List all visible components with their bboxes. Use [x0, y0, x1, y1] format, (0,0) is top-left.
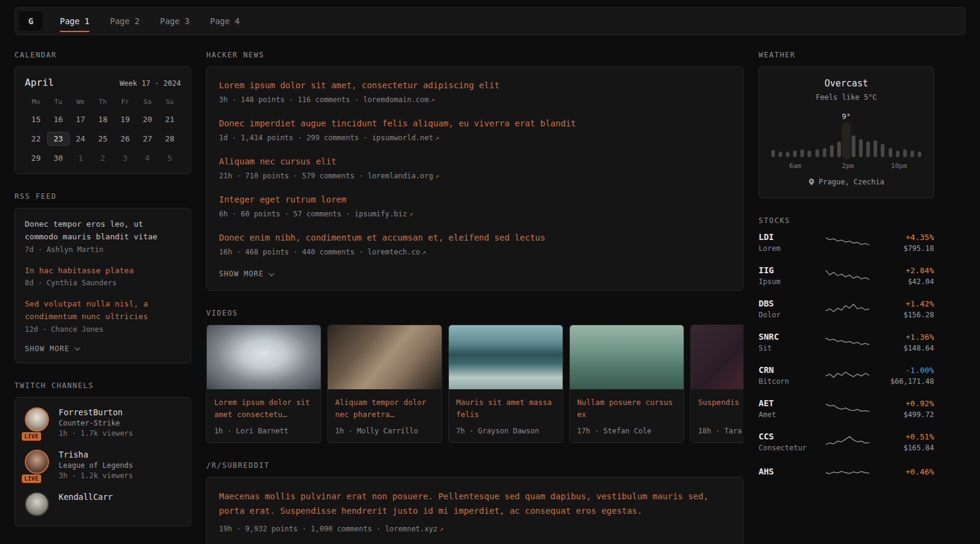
live-badge: LIVE	[22, 474, 41, 483]
stock-name: Sit	[759, 344, 817, 352]
stock-ticker: DBS	[759, 299, 817, 308]
rss-show-more-button[interactable]: SHOW MORE	[25, 345, 181, 353]
stock-sparkline	[825, 334, 870, 350]
weather-feels-like: Feels like 5°C	[769, 93, 924, 102]
hackernews-item-stats: 16h · 468 points · 440 comments ·	[219, 248, 363, 256]
calendar-week-year: Week 17 · 2024	[120, 79, 181, 88]
hackernews-item-stats: 3h · 148 points · 116 comments ·	[219, 96, 359, 104]
video-title: Suspendis diam	[698, 397, 743, 421]
stock-row[interactable]: LDI Lorem +4.35% $795.18	[759, 232, 934, 253]
hackernews-item-title[interactable]: Integer eget rutrum lorem	[219, 193, 731, 206]
video-meta: 18h · Tara	[698, 427, 743, 435]
subreddit-post-title[interactable]: Maecenas mollis pulvinar erat non posuer…	[219, 490, 731, 519]
tab-page-1[interactable]: Page 1	[60, 8, 90, 34]
hackernews-item-title[interactable]: Donec imperdiet augue tincidunt felis al…	[219, 117, 731, 130]
hackernews-item-meta: 6h · 60 points · 57 comments · ipsumify.…	[219, 210, 731, 218]
video-meta: 17h · Stefan Cole	[577, 427, 676, 435]
tab-page-2[interactable]: Page 2	[110, 8, 140, 34]
external-link-icon: ↗	[435, 172, 439, 180]
hackernews-item-domain[interactable]: loremdomain.com	[363, 96, 428, 104]
calendar-day: 15	[25, 112, 47, 126]
twitch-channel[interactable]: LIVE ForrestBurton Counter-Strike 1h · 1…	[25, 407, 181, 438]
rss-item-title[interactable]: In hac habitasse platea	[25, 265, 181, 277]
hackernews-show-more-button[interactable]: SHOW MORE	[219, 270, 731, 278]
hackernews-item-stats: 21h · 710 points · 579 comments ·	[219, 172, 363, 180]
rss-card: Donec tempor eros leo, ut commodo mauris…	[15, 208, 191, 363]
stock-ticker: CRN	[759, 365, 817, 375]
weather-widget: WEATHER Overcast Feels like 5°C 9° 6am 2…	[759, 51, 934, 198]
hackernews-item-domain[interactable]: ipsumworld.net	[372, 134, 433, 142]
external-link-icon: ↗	[422, 248, 426, 256]
rss-item-title[interactable]: Donec tempor eros leo, ut commodo mauris…	[25, 218, 181, 244]
stock-row[interactable]: SNRC Sit +1.36% $148.64	[759, 332, 934, 352]
tab-page-3[interactable]: Page 3	[160, 8, 190, 34]
stock-ticker: AET	[759, 398, 817, 408]
stock-row[interactable]: CCS Consectetur +0.51% $165.84	[759, 432, 934, 452]
twitch-channel-meta: 1h · 1.7k viewers	[59, 429, 133, 438]
stock-name: Amet	[759, 410, 817, 419]
stock-change: +1.42%	[878, 299, 934, 308]
stock-price: $148.64	[878, 344, 934, 352]
external-link-icon: ↗	[431, 96, 435, 104]
twitch-section-title: TWITCH CHANNELS	[15, 381, 191, 390]
hackernews-item-title[interactable]: Donec enim nibh, condimentum et accumsan…	[219, 232, 731, 244]
video-thumbnail	[570, 325, 684, 389]
stock-ticker: IIG	[759, 265, 817, 275]
stock-sparkline	[825, 268, 870, 283]
stock-row[interactable]: IIG Ipsum +2.84% $42.04	[759, 265, 934, 286]
external-link-icon: ↗	[439, 525, 443, 533]
weather-condition: Overcast	[769, 78, 924, 89]
stocks-section-title: STOCKS	[759, 216, 934, 225]
video-card[interactable]: Nullam posuere cursus ex 17h · Stefan Co…	[569, 325, 684, 443]
stock-name: Lorem	[759, 244, 817, 253]
hackernews-item-title[interactable]: Aliquam nec cursus elit	[219, 155, 731, 168]
hackernews-item-domain[interactable]: loremlandia.org	[368, 172, 433, 180]
twitch-channel[interactable]: KendallCarr	[25, 492, 181, 516]
video-card[interactable]: Suspendis diam 18h · Tara	[690, 325, 743, 443]
stock-row[interactable]: CRN Bitcorn -1.00% $66,171.48	[759, 365, 934, 386]
stock-change: +0.92%	[878, 399, 934, 408]
video-meta: 1h · Molly Carrillo	[335, 427, 434, 435]
video-card[interactable]: Mauris sit amet massa felis 7h · Grayson…	[448, 325, 563, 443]
calendar-dow: Fr	[114, 98, 136, 107]
stock-change: +0.46%	[878, 467, 934, 476]
hackernews-item-stats: 6h · 60 points · 57 comments ·	[219, 210, 350, 218]
stock-row[interactable]: AHS +0.46%	[759, 465, 934, 481]
weather-time-label: 10pm	[891, 162, 907, 170]
subreddit-post-domain[interactable]: loremnet.xyz	[385, 525, 438, 533]
calendar-day: 18	[92, 112, 114, 126]
calendar-dow: We	[70, 98, 92, 107]
video-card[interactable]: Lorem ipsum dolor sit amet consectetu… 1…	[206, 325, 321, 443]
stock-change: +1.36%	[878, 332, 934, 342]
subreddit-widget: /R/SUBREDDIT Maecenas mollis pulvinar er…	[206, 461, 743, 544]
video-thumbnail	[691, 325, 743, 389]
hackernews-item: Aliquam nec cursus elit 21h · 710 points…	[219, 155, 731, 180]
hackernews-item-domain[interactable]: ipsumify.biz	[354, 210, 407, 218]
weather-time-label: 2pm	[842, 162, 854, 170]
video-title: Aliquam tempor dolor nec pharetra…	[335, 397, 434, 421]
video-thumbnail	[207, 325, 321, 389]
stock-sparkline	[825, 434, 870, 450]
hackernews-item: Lorem ipsum dolor sit amet, consectetur …	[219, 79, 731, 104]
hackernews-item-domain[interactable]: loremtech.co	[368, 248, 420, 256]
stock-row[interactable]: DBS Dolor +1.42% $156.28	[759, 299, 934, 319]
video-meta: 7h · Grayson Dawson	[456, 427, 555, 435]
hackernews-section-title: HACKER NEWS	[206, 51, 743, 59]
stock-row[interactable]: AET Amet +0.92% $499.72	[759, 398, 934, 419]
tab-page-4[interactable]: Page 4	[210, 8, 240, 34]
twitch-widget: TWITCH CHANNELS LIVE ForrestBurton Count…	[15, 381, 191, 526]
rss-item: In hac habitasse platea 8d · Cynthia Sau…	[25, 265, 181, 288]
weather-location: Prague, Czechia	[808, 178, 884, 186]
calendar-dow: Su	[158, 98, 181, 107]
stock-ticker: CCS	[759, 432, 817, 441]
hackernews-item-title[interactable]: Lorem ipsum dolor sit amet, consectetur …	[219, 79, 731, 92]
video-thumbnail	[449, 325, 563, 389]
stock-price: $795.18	[878, 244, 934, 253]
rss-item-title[interactable]: Sed volutpat nulla nisl, a condimentum n…	[25, 298, 181, 323]
videos-widget: VIDEOS Lorem ipsum dolor sit amet consec…	[206, 309, 743, 443]
stock-name: Bitcorn	[759, 377, 817, 386]
video-card[interactable]: Aliquam tempor dolor nec pharetra… 1h · …	[327, 325, 442, 443]
twitch-channel[interactable]: LIVE Trisha League of Legends 3h · 1.2k …	[25, 450, 181, 480]
calendar-day: 16	[47, 112, 70, 126]
calendar-day: 25	[92, 132, 114, 146]
